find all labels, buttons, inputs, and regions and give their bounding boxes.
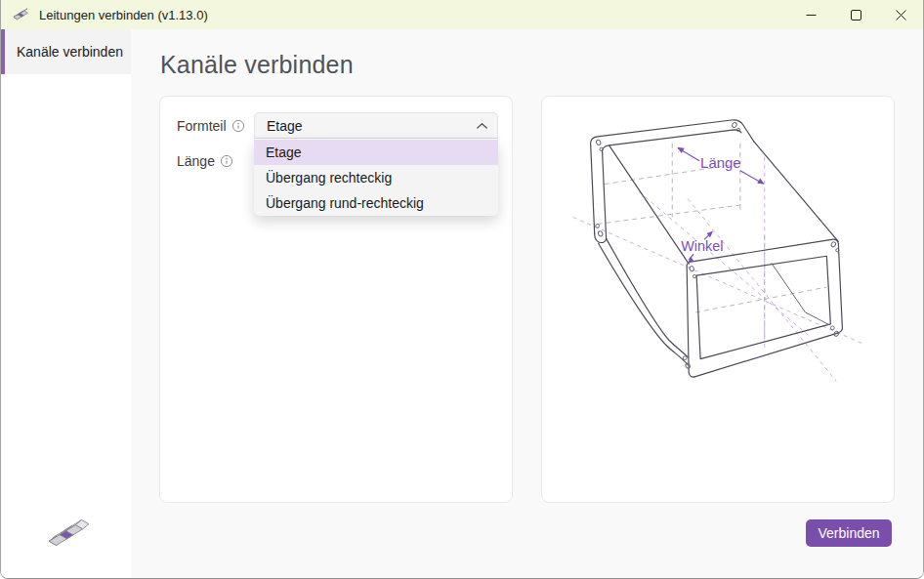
app-window: Leitungen verbinden (v1.13.0) Kanäle ver… xyxy=(0,0,924,579)
window-controls xyxy=(788,0,923,29)
duct-logo-icon xyxy=(42,512,91,555)
window-title: Leitungen verbinden (v1.13.0) xyxy=(39,8,208,22)
sidebar-item-label: Kanäle verbinden xyxy=(17,44,123,60)
laenge-form-label: Länge xyxy=(177,153,254,169)
sidebar-item-kanaele-verbinden[interactable]: Kanäle verbinden xyxy=(1,29,131,74)
laenge-annotation: Länge xyxy=(700,155,740,171)
info-icon[interactable] xyxy=(220,154,233,168)
close-button[interactable] xyxy=(878,0,923,29)
formteil-label-text: Formteil xyxy=(177,118,227,134)
laenge-label-text: Länge xyxy=(177,153,215,169)
info-icon[interactable] xyxy=(231,119,245,133)
app-logo-icon xyxy=(12,7,31,23)
formteil-value: Etage xyxy=(267,118,303,134)
dropdown-option-1[interactable]: Etage xyxy=(254,140,498,165)
minimize-icon xyxy=(806,10,817,21)
selection-indicator xyxy=(1,29,5,74)
page-title: Kanäle verbinden xyxy=(160,51,923,79)
minimize-button[interactable] xyxy=(788,0,833,29)
preview-panel: Länge Winkel xyxy=(541,96,895,503)
form-panel: Formteil Etage xyxy=(159,96,513,503)
formteil-dropdown-popup: EtageÜbergang rechteckigÜbergang rund-re… xyxy=(254,140,498,216)
formteil-combobox[interactable]: Etage xyxy=(254,112,498,139)
dropdown-option-2[interactable]: Übergang rechteckig xyxy=(254,165,498,190)
duct-fitting-drawing: Länge Winkel xyxy=(542,97,894,502)
title-bar: Leitungen verbinden (v1.13.0) xyxy=(1,0,923,29)
winkel-annotation: Winkel xyxy=(681,238,723,254)
dropdown-option-3[interactable]: Übergang rund-rechteckig xyxy=(254,190,498,216)
sidebar: Kanäle verbinden xyxy=(1,29,131,578)
maximize-button[interactable] xyxy=(833,0,878,29)
close-icon xyxy=(896,10,906,21)
main-content: Kanäle verbinden Formteil xyxy=(131,29,923,578)
chevron-up-icon xyxy=(477,123,487,129)
formteil-label: Formteil xyxy=(177,118,254,134)
verbinden-button[interactable]: Verbinden xyxy=(806,519,892,547)
maximize-icon xyxy=(851,10,861,21)
